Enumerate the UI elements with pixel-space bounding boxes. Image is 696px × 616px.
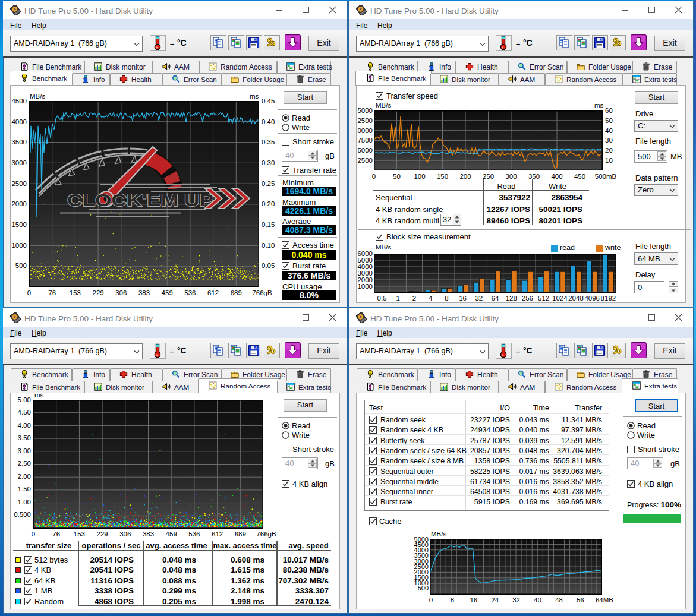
svg-text:CLOCK'EM UP: CLOCK'EM UP <box>67 191 213 210</box>
